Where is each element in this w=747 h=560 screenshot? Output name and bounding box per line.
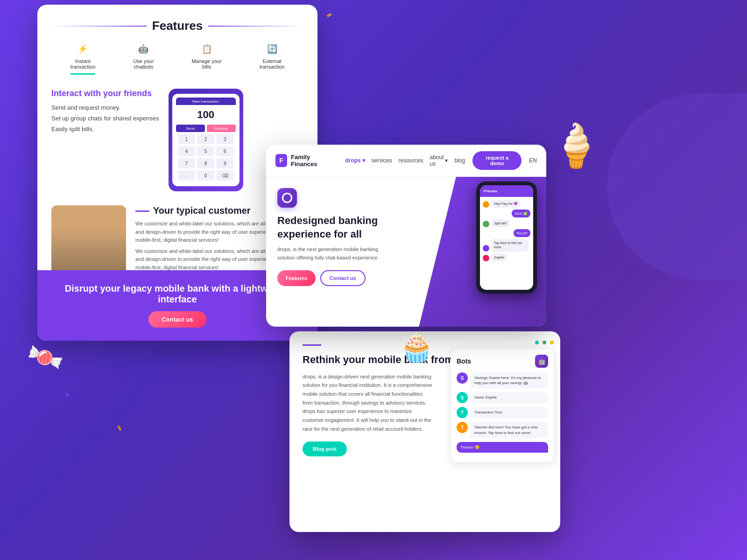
nav-link-blog-label: blog [454, 157, 465, 164]
nav-link-services[interactable]: services [372, 157, 392, 164]
chat-bubble-1: Hey! Pay me 💜 [491, 200, 521, 208]
bg-purple-arc [607, 93, 747, 280]
chat-msg-1: Hey! Pay me 💜 [483, 200, 530, 208]
bot-bubble-3: Transaction Tora [471, 407, 548, 418]
bot-msg-3: T Transaction Tora [457, 407, 548, 418]
nav-logo[interactable]: F Family Finances [275, 154, 333, 168]
nav-link-services-label: services [372, 157, 392, 164]
phone-mockup-interact: New transaction 100 Send Request 1 2 3 4… [169, 89, 243, 191]
nav-link-blog[interactable]: blog [454, 157, 465, 164]
key-del[interactable]: ⌫ [216, 170, 233, 181]
hero-phone-mockup: Friends Hey! Pay me 💜 Sure! ✅ Split bill… [476, 182, 537, 294]
bot-bubble-5: Thanks! 😊 [457, 442, 548, 453]
tab-manage-bills[interactable]: 📋 Manage yourbills [191, 42, 221, 75]
hero-buttons: Features Contact us [277, 270, 406, 286]
customer-photo [51, 205, 126, 280]
confetti-4 [65, 393, 69, 397]
instant-transaction-label: Instanttransaction [70, 58, 96, 70]
phone-keypad: 1 2 3 4 5 6 7 8 9 . 0 ⌫ [176, 132, 236, 182]
bot-msg-5: Thanks! 😊 [457, 442, 548, 453]
ice-cream-decoration-2: 🍦 [550, 121, 602, 170]
request-btn[interactable]: Request [207, 125, 236, 132]
key-2[interactable]: 2 [197, 134, 214, 144]
key-3[interactable]: 3 [216, 134, 233, 144]
bot-bubble-2: Saver Sophie [471, 392, 548, 403]
bots-header: Bots 🤖 [457, 355, 548, 368]
nav-dropdown-icon-drops: ▾ [362, 157, 365, 164]
key-6[interactable]: 6 [216, 146, 233, 156]
key-dot[interactable]: . [178, 170, 195, 181]
nav-link-drops[interactable]: drops ▾ [345, 157, 365, 164]
bot-msg-2: S Saver Sophie [457, 392, 548, 403]
tab-chatbots[interactable]: 🤖 Use yourchatbots [133, 42, 154, 75]
dot-green [543, 341, 546, 344]
blog-post-button[interactable]: Blog post [303, 441, 347, 456]
key-7[interactable]: 7 [178, 158, 195, 168]
bot-msg-4: T Talentor Bot here! You have got a new … [457, 422, 548, 438]
nav-language[interactable]: EN [529, 157, 537, 164]
key-0[interactable]: 0 [197, 170, 214, 181]
bot-bubble-1: Savings Sophie here. It's my pleasure to… [471, 372, 548, 388]
rethink-line [303, 344, 321, 346]
confetti-3 [326, 13, 331, 17]
right-card-top: F Family Finances drops ▾ services resou… [266, 145, 546, 327]
phone-header-text: New transaction [192, 99, 219, 104]
customer-section: Your typical customer We customize and w… [51, 205, 303, 280]
nav-link-about-label: about us [430, 154, 444, 167]
footer-banner-heading: Disrupt your legacy mobile bank with a l… [51, 283, 303, 305]
hero-right: Friends Hey! Pay me 💜 Sure! ✅ Split bill… [417, 177, 546, 327]
nav-link-drops-label: drops [345, 157, 360, 164]
phone-inner: New transaction 100 Send Request 1 2 3 4… [172, 94, 240, 186]
nav-dropdown-icon-about: ▾ [445, 157, 448, 164]
dot-yellow [550, 341, 554, 344]
key-1[interactable]: 1 [178, 134, 195, 144]
hero-app-icon [277, 188, 297, 208]
bot-avatar-3: T [457, 407, 468, 418]
interact-point-2: Set up group chats for shared expenses [51, 115, 159, 122]
nav-link-about[interactable]: about us ▾ [430, 154, 448, 167]
chat-avatar-3 [483, 221, 489, 227]
person-silhouette [51, 205, 126, 280]
chat-avatar-5 [483, 245, 489, 252]
key-8[interactable]: 8 [197, 158, 214, 168]
bot-msg-1: S Savings Sophie here. It's my pleasure … [457, 372, 548, 388]
bot-avatar-4: T [457, 422, 468, 433]
chat-msg-6: Sophie [483, 253, 530, 261]
key-4[interactable]: 4 [178, 146, 195, 156]
chat-bubble-4: Yes pls! [514, 229, 530, 237]
nav-link-resources[interactable]: resources [399, 157, 423, 164]
manage-bills-label: Manage yourbills [191, 58, 221, 70]
chat-msg-2: Sure! ✅ [483, 210, 530, 217]
request-demo-button[interactable]: request a demo [472, 151, 521, 170]
bots-card: Bots 🤖 S Savings Sophie here. It's my pl… [451, 349, 554, 462]
contact-button[interactable]: Contact us [320, 270, 366, 286]
rethink-right: Bots 🤖 S Savings Sophie here. It's my pl… [439, 331, 560, 532]
bots-title: Bots [457, 357, 471, 365]
chat-avatar-1 [483, 201, 489, 208]
tab-external-transaction[interactable]: 🔄 Externaltransaction [260, 42, 285, 75]
chat-bubble-2: Sure! ✅ [512, 210, 530, 217]
bot-avatar-1: S [457, 372, 468, 384]
phone-send-bar: Send Request [176, 125, 236, 132]
chat-msg-3: Split bill? [483, 219, 530, 227]
send-btn[interactable]: Send [176, 125, 205, 132]
interact-point-3: Easily split bills. [51, 126, 159, 133]
chat-msg-4: Yes pls! [483, 229, 530, 237]
bots-icon: 🤖 [535, 355, 548, 368]
candy-decoration-1: 🍬 [23, 335, 68, 378]
cupcake-decoration: 🧁 [399, 331, 434, 364]
features-button[interactable]: Features [277, 270, 316, 286]
contact-us-button[interactable]: Contact us [148, 311, 206, 328]
key-5[interactable]: 5 [197, 146, 214, 156]
interact-section: Interact with your friends Send and requ… [51, 89, 303, 191]
confetti-5 [117, 425, 122, 431]
hero-left: Redesigned banking experience for all dr… [266, 177, 417, 327]
chatbots-icon: 🤖 [137, 42, 150, 56]
logo-icon: F [275, 154, 287, 167]
navigation-bar: F Family Finances drops ▾ services resou… [266, 145, 546, 177]
nav-link-resources-label: resources [399, 157, 423, 164]
bot-bubble-4: Talentor Bot here! You have got a new in… [471, 422, 548, 438]
key-9[interactable]: 9 [216, 158, 233, 168]
tab-instant-transaction[interactable]: ⚡ Instanttransaction [70, 42, 96, 75]
hero-subtitle: drops. is the next generation mobile ban… [277, 245, 389, 262]
